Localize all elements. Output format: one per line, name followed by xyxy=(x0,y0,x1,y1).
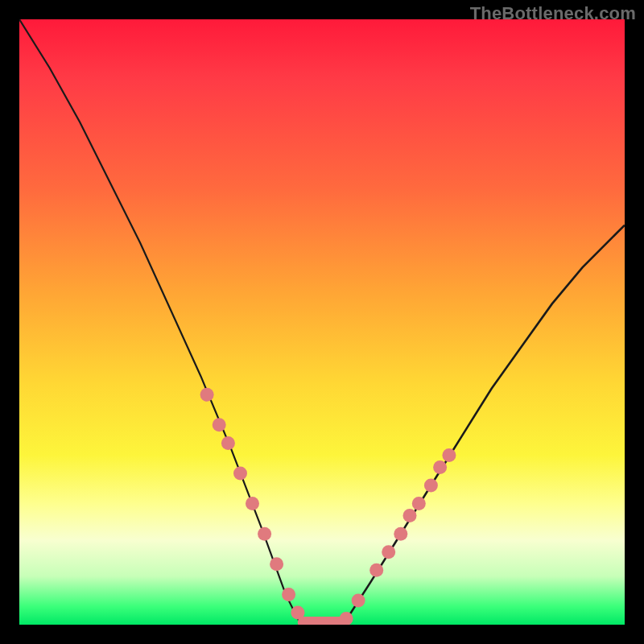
marker-dots-left xyxy=(200,388,305,620)
curve-right-branch xyxy=(343,225,625,625)
marker-dot xyxy=(352,593,365,607)
marker-dot xyxy=(233,467,247,481)
marker-dot xyxy=(369,564,383,577)
curve-right-path xyxy=(343,225,625,625)
marker-dot xyxy=(221,436,235,450)
marker-dot xyxy=(213,418,226,431)
marker-dot xyxy=(246,497,259,510)
chart-frame: TheBottleneck.com xyxy=(0,0,644,644)
marker-dot xyxy=(442,448,456,462)
marker-dot xyxy=(403,509,417,522)
marker-dot xyxy=(200,388,214,402)
marker-dot xyxy=(394,527,407,541)
marker-dot xyxy=(424,479,438,493)
marker-dot xyxy=(433,460,447,474)
marker-dot xyxy=(258,527,271,541)
marker-dot xyxy=(412,497,426,510)
flat-minimum-marker xyxy=(298,617,347,625)
marker-dot xyxy=(270,557,283,571)
marker-dot xyxy=(382,545,395,559)
chart-svg xyxy=(19,19,625,625)
marker-dot xyxy=(282,588,295,601)
plot-area xyxy=(19,19,625,625)
